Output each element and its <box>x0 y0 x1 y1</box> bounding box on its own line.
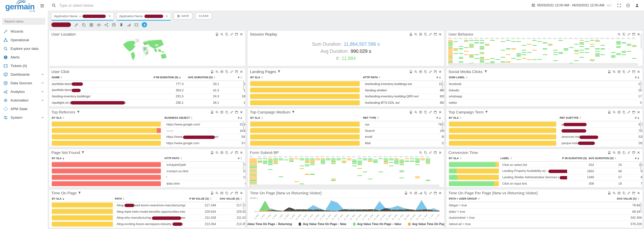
table-row[interactable]: Landing Shelter Administrative Services … <box>449 174 640 181</box>
close-icon[interactable] <box>240 70 243 73</box>
pencil-icon[interactable] <box>627 70 630 73</box>
window-icon[interactable] <box>434 70 437 73</box>
csv-icon[interactable] <box>210 191 214 195</box>
table-row[interactable]: /es/landing-inventory-building-QRO-es/82… <box>250 93 442 100</box>
column-header[interactable]: # <box>624 76 640 79</box>
add-widget-button[interactable] <box>142 22 147 27</box>
remove-filter-icon[interactable]: ✕ <box>166 15 168 18</box>
column-header[interactable]: # <box>624 116 640 119</box>
column-header[interactable]: # <box>426 76 441 79</box>
window-icon[interactable] <box>632 70 635 73</box>
table-row[interactable]: /about-ai/ > true576.229 <box>449 221 640 227</box>
table-row[interactable]: /es/landing-inventory-buildings-es/1111 <box>250 81 442 87</box>
save-button[interactable]: SAVE <box>174 12 192 19</box>
column-header[interactable]: AVG VALUE (S) <box>212 197 243 200</box>
copy-icon[interactable] <box>424 110 427 114</box>
sidebar-item-wizards[interactable]: Wizards <box>0 27 48 35</box>
close-icon[interactable] <box>637 110 640 114</box>
scrollbar[interactable] <box>243 161 244 170</box>
table-row[interactable]: /jobs/ > true68.347 <box>449 209 640 215</box>
pencil-icon[interactable] <box>627 191 630 195</box>
copy-icon[interactable] <box>622 151 626 154</box>
csv-icon[interactable] <box>409 110 412 114</box>
table-row[interactable]: none1638 <box>52 128 243 134</box>
pencil-icon[interactable] <box>230 191 234 195</box>
fullscreen-icon[interactable] <box>617 3 621 7</box>
copy-icon[interactable] <box>424 32 427 36</box>
user-icon[interactable] <box>635 3 639 7</box>
table-row[interactable]: https://www.google.com/3166 <box>52 121 243 128</box>
zoom-icon[interactable] <box>419 151 422 154</box>
close-icon[interactable] <box>637 70 640 73</box>
column-header[interactable]: BY SLA <box>250 116 363 119</box>
table-row[interactable]: linkedin29 <box>449 87 640 94</box>
table-row[interactable]: /spotlight-on-j/230.134.110 <box>52 100 243 106</box>
csv-icon[interactable] <box>404 191 408 195</box>
table-row[interactable]: facebook29 <box>449 81 640 87</box>
csv-icon[interactable] <box>409 70 412 73</box>
zoom-icon[interactable] <box>617 32 621 36</box>
column-header[interactable]: BY SLA <box>52 157 164 160</box>
calendar-icon[interactable] <box>220 151 224 154</box>
behavior-timeline[interactable] <box>446 37 642 66</box>
table-row[interactable]: Search298 <box>250 128 442 134</box>
zoom-icon[interactable] <box>409 191 412 195</box>
table-row[interactable]: /es/landing-BTS-GDL-es/693 <box>250 100 442 106</box>
close-icon[interactable] <box>637 32 640 36</box>
column-header[interactable]: BUSINESS OBJECT <box>164 116 228 119</box>
close-icon[interactable] <box>438 32 442 36</box>
column-header[interactable]: BY SLA <box>449 116 560 119</box>
calendar-icon[interactable] <box>617 70 621 73</box>
close-icon[interactable] <box>637 151 640 154</box>
copy-icon[interactable] <box>225 151 228 154</box>
table-row[interactable]: /landing-inventory-buildings/231.524.318… <box>52 93 243 100</box>
close-icon[interactable] <box>438 191 442 195</box>
sidebar-item-dashboards[interactable]: Dashboards <box>0 70 48 79</box>
window-icon[interactable] <box>235 110 238 114</box>
calendar-icon[interactable] <box>220 110 224 114</box>
copy-icon[interactable] <box>622 110 626 114</box>
bookmark-icon[interactable] <box>119 23 124 27</box>
copy-icon[interactable] <box>424 151 427 154</box>
csv-icon[interactable] <box>216 32 219 36</box>
ticket-icon[interactable] <box>134 23 138 27</box>
eye-icon[interactable] <box>97 23 101 27</box>
zoom-icon[interactable] <box>216 151 219 154</box>
copy-icon[interactable] <box>622 70 626 73</box>
filter-chip[interactable]: Application Name ✕ <box>117 12 171 20</box>
column-header[interactable]: # <box>617 157 640 160</box>
window-icon[interactable] <box>434 32 437 36</box>
scrollbar[interactable] <box>640 80 641 89</box>
copy-icon[interactable] <box>622 32 626 36</box>
time-on-page-area-chart[interactable]: 20000 s0 s3. May4. May5. May6. May7. May… <box>248 196 444 228</box>
close-icon[interactable] <box>438 151 442 154</box>
table-row[interactable]: /blogs/ > true78.849 <box>449 202 640 209</box>
grid-icon[interactable] <box>89 23 94 27</box>
csv-icon[interactable] <box>608 110 611 114</box>
window-icon[interactable] <box>434 191 437 195</box>
filter-funnel-icon[interactable] <box>278 70 281 73</box>
hamburger-icon[interactable] <box>40 3 45 8</box>
legend-item[interactable]: Avg Value Time On Page – true <box>408 223 444 226</box>
legend-item[interactable]: Avg Value Time On Page – false <box>353 223 401 226</box>
csv-icon[interactable] <box>409 32 412 36</box>
scrollbar[interactable] <box>640 161 641 170</box>
play-icon[interactable] <box>626 3 630 7</box>
zoom-icon[interactable] <box>216 110 219 114</box>
pencil-icon[interactable] <box>428 70 432 73</box>
table-row[interactable]: /blog-ised-boom-nearshore-manufacturing/… <box>52 202 243 209</box>
table-row[interactable]: /blog-triple-helix-model-benefits-opport… <box>52 209 243 215</box>
column-header[interactable]: # <box>426 116 441 119</box>
window-icon[interactable] <box>632 32 635 36</box>
column-header[interactable]: # <box>228 157 243 160</box>
copy-icon[interactable] <box>424 191 427 195</box>
calendar-icon[interactable] <box>220 191 224 195</box>
window-icon[interactable] <box>434 110 437 114</box>
share-icon[interactable] <box>104 23 108 27</box>
column-header[interactable]: # <box>228 116 243 119</box>
scrollbar[interactable] <box>640 121 641 130</box>
calendar-icon[interactable] <box>419 32 422 36</box>
sidebar-item-data-sources[interactable]: Data Sources <box>0 79 48 87</box>
close-icon[interactable] <box>438 110 442 114</box>
column-header[interactable]: NAME <box>52 76 144 79</box>
